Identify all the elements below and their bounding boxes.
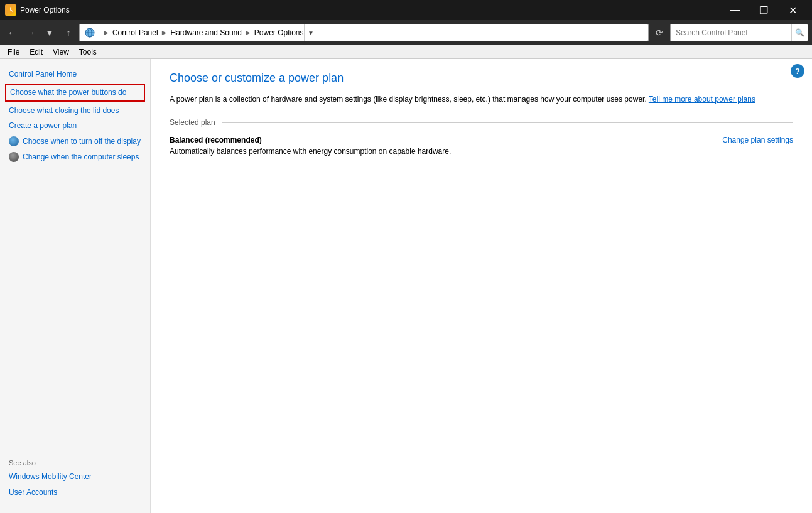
sidebar-item-turn-off-display[interactable]: Choose when to turn off the display [0, 134, 150, 149]
menu-edit[interactable]: Edit [24, 46, 48, 58]
minimize-button[interactable]: — [720, 0, 749, 20]
sidebar-item-computer-sleeps[interactable]: Change when the computer sleeps [0, 149, 150, 165]
titlebar: Power Options — ❐ ✕ [0, 0, 812, 20]
sidebar: Control Panel Home Choose what the power… [0, 59, 151, 513]
menubar: File Edit View Tools [0, 45, 812, 59]
plan-description: Automatically balances performance with … [170, 147, 793, 156]
help-button[interactable]: ? [791, 64, 804, 78]
sep2: ► [161, 28, 168, 37]
addressbar: ← → ▼ ↑ ► Control Panel ► Hardware and S… [0, 20, 812, 45]
sidebar-item-user-accounts[interactable]: User Accounts [0, 485, 150, 500]
search-button[interactable]: 🔍 [791, 24, 808, 41]
plan-name-row: Balanced (recommended) Change plan setti… [170, 136, 793, 144]
search-box: 🔍 [670, 24, 808, 41]
back-button[interactable]: ← [4, 24, 20, 41]
content-description: A power plan is a collection of hardware… [170, 94, 793, 105]
window-controls: — ❐ ✕ [720, 0, 807, 20]
sidebar-item-create-plan[interactable]: Create a power plan [0, 118, 150, 134]
plan-divider [222, 122, 793, 123]
menu-file[interactable]: File [3, 46, 24, 58]
content-title: Choose or customize a power plan [170, 72, 793, 85]
forward-button[interactable]: → [23, 24, 39, 41]
content-area: ? Choose or customize a power plan A pow… [151, 59, 812, 513]
sidebar-item-home[interactable]: Control Panel Home [0, 67, 150, 82]
close-button[interactable]: ✕ [778, 0, 807, 20]
plan-name: Balanced (recommended) [170, 136, 262, 144]
breadcrumb: ► Control Panel ► Hardware and Sound ► P… [85, 28, 304, 38]
address-box: ► Control Panel ► Hardware and Sound ► P… [79, 24, 649, 41]
breadcrumb-hardware[interactable]: Hardware and Sound [171, 28, 242, 37]
menu-view[interactable]: View [48, 46, 74, 58]
window-title: Power Options [20, 6, 720, 14]
search-input[interactable] [671, 28, 791, 37]
address-dropdown[interactable]: ▼ [304, 24, 318, 41]
main-container: Control Panel Home Choose what the power… [0, 59, 812, 513]
globe-icon-sleep [9, 152, 19, 162]
breadcrumb-current: Power Options [254, 28, 304, 37]
sidebar-item-mobility-center[interactable]: Windows Mobility Center [0, 469, 150, 485]
sidebar-item-lid[interactable]: Choose what closing the lid does [0, 103, 150, 119]
app-icon [5, 4, 16, 16]
sep3: ► [244, 28, 252, 37]
learn-more-link[interactable]: Tell me more about power plans [649, 95, 755, 104]
change-plan-settings-link[interactable]: Change plan settings [722, 136, 793, 144]
menu-tools[interactable]: Tools [74, 46, 102, 58]
selected-plan-header: Selected plan [170, 118, 793, 127]
sidebar-item-power-buttons[interactable]: Choose what the power buttons do [5, 84, 145, 102]
see-also-section: See also Windows Mobility Center User Ac… [0, 444, 150, 505]
dropdown-button[interactable]: ▼ [41, 24, 58, 41]
breadcrumb-control-panel[interactable]: Control Panel [112, 28, 158, 37]
sep1: ► [102, 28, 110, 37]
selected-plan-label: Selected plan [170, 118, 215, 127]
restore-button[interactable]: ❐ [749, 0, 778, 20]
see-also-title: See also [0, 449, 150, 469]
globe-icon-display [9, 136, 19, 146]
refresh-button[interactable]: ⟳ [651, 24, 668, 41]
up-button[interactable]: ↑ [60, 24, 77, 41]
plan-item-balanced: Balanced (recommended) Change plan setti… [170, 136, 793, 156]
